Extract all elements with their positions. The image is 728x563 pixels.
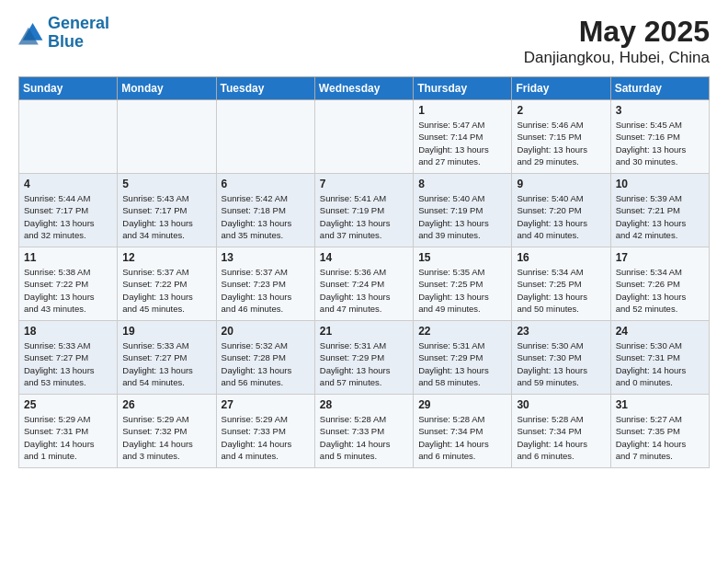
- calendar-cell: 19Sunrise: 5:33 AM Sunset: 7:27 PM Dayli…: [118, 321, 216, 395]
- cell-info: Sunrise: 5:30 AM Sunset: 7:31 PM Dayligh…: [616, 339, 704, 388]
- day-number: 19: [122, 325, 210, 338]
- calendar-cell: 1Sunrise: 5:47 AM Sunset: 7:14 PM Daylig…: [414, 100, 512, 174]
- calendar-cell: 10Sunrise: 5:39 AM Sunset: 7:21 PM Dayli…: [610, 174, 709, 247]
- calendar-cell: [314, 100, 413, 174]
- day-number: 31: [616, 398, 704, 411]
- day-number: 7: [320, 178, 408, 190]
- day-number: 12: [122, 251, 210, 264]
- calendar-cell: 14Sunrise: 5:36 AM Sunset: 7:24 PM Dayli…: [314, 247, 413, 321]
- cell-info: Sunrise: 5:41 AM Sunset: 7:19 PM Dayligh…: [320, 192, 408, 241]
- page: General Blue May 2025 Danjiangkou, Hubei…: [0, 0, 728, 483]
- day-number: 24: [616, 325, 704, 338]
- calendar-cell: 4Sunrise: 5:44 AM Sunset: 7:17 PM Daylig…: [19, 174, 118, 247]
- day-number: 8: [418, 178, 506, 190]
- day-number: 2: [517, 104, 605, 117]
- calendar-cell: 12Sunrise: 5:37 AM Sunset: 7:22 PM Dayli…: [118, 247, 216, 321]
- cell-info: Sunrise: 5:31 AM Sunset: 7:29 PM Dayligh…: [320, 339, 408, 388]
- weekday-header-sunday: Sunday: [19, 77, 118, 100]
- day-number: 10: [616, 178, 704, 190]
- cell-info: Sunrise: 5:29 AM Sunset: 7:31 PM Dayligh…: [24, 413, 112, 462]
- calendar-cell: 18Sunrise: 5:33 AM Sunset: 7:27 PM Dayli…: [19, 321, 118, 395]
- calendar-cell: 24Sunrise: 5:30 AM Sunset: 7:31 PM Dayli…: [610, 321, 709, 395]
- calendar-cell: 22Sunrise: 5:31 AM Sunset: 7:29 PM Dayli…: [414, 321, 512, 395]
- cell-info: Sunrise: 5:37 AM Sunset: 7:22 PM Dayligh…: [122, 266, 210, 315]
- day-number: 30: [517, 398, 605, 411]
- calendar-cell: 11Sunrise: 5:38 AM Sunset: 7:22 PM Dayli…: [19, 247, 118, 321]
- cell-info: Sunrise: 5:42 AM Sunset: 7:18 PM Dayligh…: [222, 192, 310, 241]
- weekday-header-saturday: Saturday: [610, 77, 709, 100]
- day-number: 23: [517, 325, 605, 338]
- day-number: 14: [320, 251, 408, 264]
- day-number: 15: [418, 251, 506, 264]
- calendar-cell: 29Sunrise: 5:28 AM Sunset: 7:34 PM Dayli…: [414, 395, 512, 468]
- cell-info: Sunrise: 5:28 AM Sunset: 7:34 PM Dayligh…: [517, 413, 605, 462]
- calendar-cell: 28Sunrise: 5:28 AM Sunset: 7:33 PM Dayli…: [314, 395, 413, 468]
- cell-info: Sunrise: 5:46 AM Sunset: 7:15 PM Dayligh…: [517, 119, 605, 167]
- day-number: 28: [320, 398, 408, 411]
- calendar-cell: [19, 100, 118, 174]
- calendar-cell: 17Sunrise: 5:34 AM Sunset: 7:26 PM Dayli…: [610, 247, 709, 321]
- calendar-cell: 20Sunrise: 5:32 AM Sunset: 7:28 PM Dayli…: [216, 321, 314, 395]
- weekday-header-monday: Monday: [118, 77, 216, 100]
- day-number: 1: [418, 104, 506, 117]
- day-number: 3: [616, 104, 704, 117]
- calendar-week-5: 25Sunrise: 5:29 AM Sunset: 7:31 PM Dayli…: [19, 395, 710, 468]
- logo: General Blue: [18, 15, 109, 52]
- calendar-cell: 3Sunrise: 5:45 AM Sunset: 7:16 PM Daylig…: [610, 100, 709, 174]
- calendar-week-3: 11Sunrise: 5:38 AM Sunset: 7:22 PM Dayli…: [19, 247, 710, 321]
- calendar-cell: [216, 100, 314, 174]
- calendar-week-4: 18Sunrise: 5:33 AM Sunset: 7:27 PM Dayli…: [19, 321, 710, 395]
- calendar-cell: 13Sunrise: 5:37 AM Sunset: 7:23 PM Dayli…: [216, 247, 314, 321]
- cell-info: Sunrise: 5:47 AM Sunset: 7:14 PM Dayligh…: [418, 119, 506, 167]
- day-number: 27: [222, 398, 310, 411]
- logo-line1: General: [48, 15, 109, 33]
- weekday-header-tuesday: Tuesday: [216, 77, 314, 100]
- day-number: 5: [122, 178, 210, 190]
- cell-info: Sunrise: 5:36 AM Sunset: 7:24 PM Dayligh…: [320, 266, 408, 315]
- calendar-cell: 31Sunrise: 5:27 AM Sunset: 7:35 PM Dayli…: [610, 395, 709, 468]
- cell-info: Sunrise: 5:33 AM Sunset: 7:27 PM Dayligh…: [24, 339, 112, 388]
- cell-info: Sunrise: 5:43 AM Sunset: 7:17 PM Dayligh…: [122, 192, 210, 241]
- cell-info: Sunrise: 5:28 AM Sunset: 7:34 PM Dayligh…: [418, 413, 506, 462]
- cell-info: Sunrise: 5:38 AM Sunset: 7:22 PM Dayligh…: [24, 266, 112, 315]
- cell-info: Sunrise: 5:28 AM Sunset: 7:33 PM Dayligh…: [320, 413, 408, 462]
- cell-info: Sunrise: 5:40 AM Sunset: 7:20 PM Dayligh…: [517, 192, 605, 241]
- cell-info: Sunrise: 5:33 AM Sunset: 7:27 PM Dayligh…: [122, 339, 210, 388]
- day-number: 11: [24, 251, 112, 264]
- month-title: May 2025: [524, 15, 710, 49]
- day-number: 29: [418, 398, 506, 411]
- calendar-cell: 16Sunrise: 5:34 AM Sunset: 7:25 PM Dayli…: [512, 247, 610, 321]
- cell-info: Sunrise: 5:34 AM Sunset: 7:26 PM Dayligh…: [616, 266, 704, 315]
- calendar-cell: 21Sunrise: 5:31 AM Sunset: 7:29 PM Dayli…: [314, 321, 413, 395]
- day-number: 18: [24, 325, 112, 338]
- calendar-cell: 26Sunrise: 5:29 AM Sunset: 7:32 PM Dayli…: [118, 395, 216, 468]
- logo-text: General Blue: [48, 15, 109, 52]
- cell-info: Sunrise: 5:27 AM Sunset: 7:35 PM Dayligh…: [616, 413, 704, 462]
- day-number: 4: [24, 178, 112, 190]
- day-number: 20: [222, 325, 310, 338]
- day-number: 26: [122, 398, 210, 411]
- day-number: 13: [222, 251, 310, 264]
- calendar-week-2: 4Sunrise: 5:44 AM Sunset: 7:17 PM Daylig…: [19, 174, 710, 247]
- day-number: 6: [222, 178, 310, 190]
- cell-info: Sunrise: 5:31 AM Sunset: 7:29 PM Dayligh…: [418, 339, 506, 388]
- cell-info: Sunrise: 5:32 AM Sunset: 7:28 PM Dayligh…: [222, 339, 310, 388]
- weekday-header-thursday: Thursday: [414, 77, 512, 100]
- weekday-header-friday: Friday: [512, 77, 610, 100]
- calendar-cell: 25Sunrise: 5:29 AM Sunset: 7:31 PM Dayli…: [19, 395, 118, 468]
- day-number: 22: [418, 325, 506, 338]
- day-number: 9: [517, 178, 605, 190]
- calendar-cell: 30Sunrise: 5:28 AM Sunset: 7:34 PM Dayli…: [512, 395, 610, 468]
- calendar-cell: [118, 100, 216, 174]
- cell-info: Sunrise: 5:29 AM Sunset: 7:32 PM Dayligh…: [122, 413, 210, 462]
- calendar-cell: 8Sunrise: 5:40 AM Sunset: 7:19 PM Daylig…: [414, 174, 512, 247]
- calendar-cell: 6Sunrise: 5:42 AM Sunset: 7:18 PM Daylig…: [216, 174, 314, 247]
- cell-info: Sunrise: 5:30 AM Sunset: 7:30 PM Dayligh…: [517, 339, 605, 388]
- cell-info: Sunrise: 5:40 AM Sunset: 7:19 PM Dayligh…: [418, 192, 506, 241]
- calendar-cell: 5Sunrise: 5:43 AM Sunset: 7:17 PM Daylig…: [118, 174, 216, 247]
- calendar-table: SundayMondayTuesdayWednesdayThursdayFrid…: [18, 76, 710, 468]
- cell-info: Sunrise: 5:35 AM Sunset: 7:25 PM Dayligh…: [418, 266, 506, 315]
- logo-line2: Blue: [48, 33, 109, 52]
- weekday-header-row: SundayMondayTuesdayWednesdayThursdayFrid…: [19, 77, 710, 100]
- day-number: 16: [517, 251, 605, 264]
